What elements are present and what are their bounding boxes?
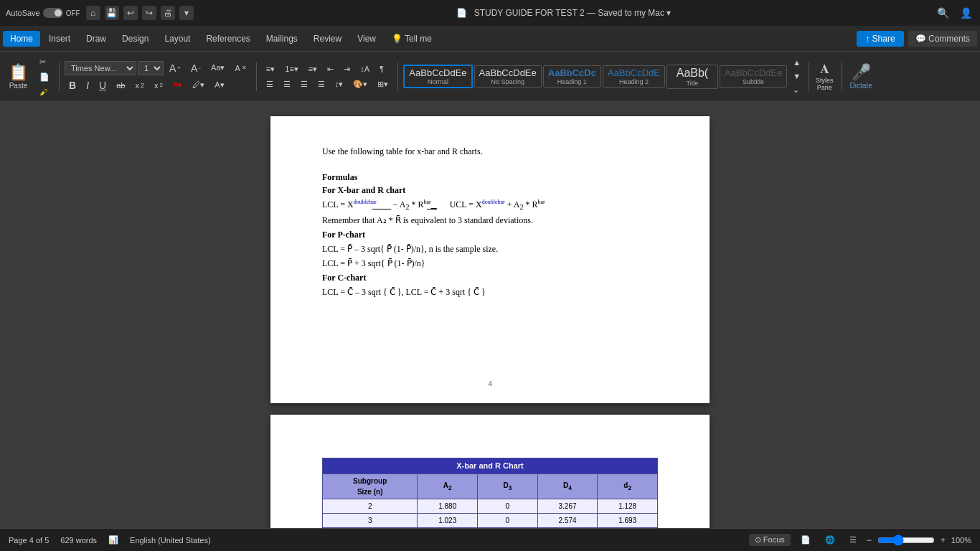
title-chevron[interactable]: ▾	[666, 8, 671, 18]
font-color-button[interactable]: A▾	[169, 78, 187, 92]
menu-draw[interactable]: Draw	[79, 31, 113, 47]
align-left-button[interactable]: ☰	[262, 77, 278, 91]
menu-layout[interactable]: Layout	[157, 31, 197, 47]
outline-btn[interactable]: ☰	[845, 533, 861, 547]
styles-scroll-down[interactable]: ▼	[788, 70, 805, 83]
increase-indent-button[interactable]: ⇥	[339, 62, 354, 76]
bold-button[interactable]: B	[65, 77, 80, 93]
cchart-header: For C-chart	[322, 271, 658, 284]
multilevel-button[interactable]: ≡▾	[304, 62, 321, 76]
profile-icon[interactable]: 👤	[957, 4, 974, 22]
strikethrough-button[interactable]: ab	[112, 79, 129, 92]
autosave-toggle[interactable]	[43, 8, 63, 18]
table-cell: 0	[478, 499, 538, 513]
text-color-button[interactable]: A▾	[210, 78, 228, 92]
superscript-button[interactable]: x2	[150, 79, 167, 92]
formulas-header: Formulas	[322, 171, 658, 184]
save-btn[interactable]: 💾	[105, 6, 119, 20]
style-no-spacing[interactable]: AaBbCcDdEe No Spacing	[474, 65, 542, 88]
menu-bar: Home Insert Draw Design Layout Reference…	[0, 26, 980, 52]
table-cell: 3.267	[537, 499, 598, 513]
share-button[interactable]: ↑ Share	[857, 31, 903, 47]
zoom-slider[interactable]	[877, 534, 935, 546]
align-center-button[interactable]: ☰	[279, 77, 295, 91]
highlight-button[interactable]: 🖊▾	[188, 78, 209, 92]
xbar-table: X-bar and R Chart SubgroupSize (n) A2 D3…	[322, 458, 658, 528]
table-cell: 1.128	[598, 499, 658, 513]
paste-button[interactable]: 📋 Paste	[3, 60, 34, 93]
cut-button[interactable]: ✂	[35, 55, 54, 69]
print-layout-btn[interactable]: 📄	[796, 533, 815, 547]
style-heading2[interactable]: AaBbCcDdE Heading 2	[603, 65, 665, 88]
bullets-button[interactable]: ≡▾	[262, 62, 279, 76]
more-btn[interactable]: ▾	[179, 6, 194, 20]
dictate-button[interactable]: 🎤 Dictate	[847, 60, 875, 93]
menu-home[interactable]: Home	[3, 31, 40, 47]
table-row: 40.72902.2822.059	[323, 527, 658, 528]
font-family-select[interactable]: Times New...	[65, 61, 136, 75]
table-title-row: X-bar and R Chart	[323, 458, 658, 474]
undo-btn[interactable]: ↩	[123, 6, 138, 20]
increase-font-button[interactable]: A+	[165, 60, 185, 76]
window-controls: ⌂ 💾 ↩ ↪ 🖨 ▾	[86, 6, 194, 20]
autosave-label: AutoSave	[6, 9, 40, 17]
home-btn[interactable]: ⌂	[86, 6, 100, 20]
borders-button[interactable]: ⊞▾	[373, 77, 392, 91]
italic-button[interactable]: I	[82, 77, 93, 93]
col-n: SubgroupSize (n)	[323, 474, 418, 499]
web-layout-btn[interactable]: 🌐	[821, 533, 839, 547]
copy-button[interactable]: 📄	[35, 70, 54, 84]
justify-button[interactable]: ☰	[314, 77, 329, 91]
focus-button[interactable]: ⊙ Focus	[749, 534, 791, 546]
menu-design[interactable]: Design	[115, 31, 156, 47]
styles-expand[interactable]: ⌄	[788, 83, 805, 97]
sep1	[59, 62, 60, 91]
title-text: STUDY GUIDE FOR TEST 2 — Saved to my Mac	[474, 8, 664, 18]
change-case-button[interactable]: Aa▾	[207, 61, 229, 75]
align-right-button[interactable]: ☰	[296, 77, 312, 91]
word-count: 629 words	[60, 536, 97, 545]
autosave-area: AutoSave OFF	[6, 8, 80, 18]
zoom-in-icon[interactable]: +	[941, 535, 946, 545]
decrease-indent-button[interactable]: ⇤	[323, 62, 338, 76]
style-normal[interactable]: AaBbCcDdEe Normal	[403, 65, 472, 88]
ribbon-toolbar: 📋 Paste ✂ 📄 🖌 Times New... 12 A+ A- Aa▾ …	[0, 52, 980, 102]
menu-view[interactable]: View	[350, 31, 383, 47]
intro-text: Use the following table for x-bar and R …	[322, 145, 658, 158]
menu-review[interactable]: Review	[306, 31, 349, 47]
pchart-header: For P-chart	[322, 228, 658, 241]
style-subtitle[interactable]: AaBbCcDdEe Subtitle	[720, 65, 787, 88]
style-heading1[interactable]: AaBbCcDc Heading 1	[543, 65, 601, 88]
menu-mailings[interactable]: Mailings	[259, 31, 305, 47]
table-row: 31.02302.5741.693	[323, 513, 658, 527]
sort-button[interactable]: ↕A	[356, 62, 374, 75]
menu-insert[interactable]: Insert	[42, 31, 77, 47]
font-size-select[interactable]: 12	[138, 61, 164, 75]
subscript-button[interactable]: x2	[131, 79, 149, 92]
track-changes-icon[interactable]: 📊	[108, 535, 118, 545]
menu-tell-me[interactable]: 💡 Tell me	[385, 31, 439, 47]
underline-button[interactable]: U	[95, 77, 110, 93]
shading-button[interactable]: 🎨▾	[349, 77, 372, 91]
clear-format-button[interactable]: A✕	[231, 62, 251, 75]
numbering-button[interactable]: 1≡▾	[281, 62, 303, 76]
styles-scroll-up[interactable]: ▲	[788, 56, 805, 69]
decrease-font-button[interactable]: A-	[187, 60, 205, 76]
table-cell: 2	[323, 499, 418, 513]
show-hide-button[interactable]: ¶	[375, 62, 388, 75]
style-title[interactable]: AaBb( Title	[666, 65, 718, 89]
styles-gallery: AaBbCcDdEe Normal AaBbCcDdEe No Spacing …	[403, 65, 787, 89]
search-icon[interactable]: 🔍	[934, 4, 951, 22]
comments-button[interactable]: 💬 Comments	[908, 31, 977, 47]
redo-btn[interactable]: ↪	[142, 6, 156, 20]
print-btn[interactable]: 🖨	[161, 6, 175, 20]
zoom-out-icon[interactable]: −	[867, 535, 872, 545]
title-right-icons: 🔍 👤	[934, 4, 974, 22]
menu-right-actions: ↑ Share 💬 Comments	[857, 31, 977, 47]
clipboard-section: 📋 Paste ✂ 📄 🖌	[3, 55, 54, 98]
format-painter-button[interactable]: 🖌	[35, 85, 54, 98]
line-spacing-button[interactable]: ↕▾	[331, 77, 348, 91]
menu-references[interactable]: References	[199, 31, 257, 47]
table-cell: 1.880	[418, 499, 478, 513]
styles-pane-button[interactable]: 𝐀 Styles Pane	[813, 59, 837, 94]
